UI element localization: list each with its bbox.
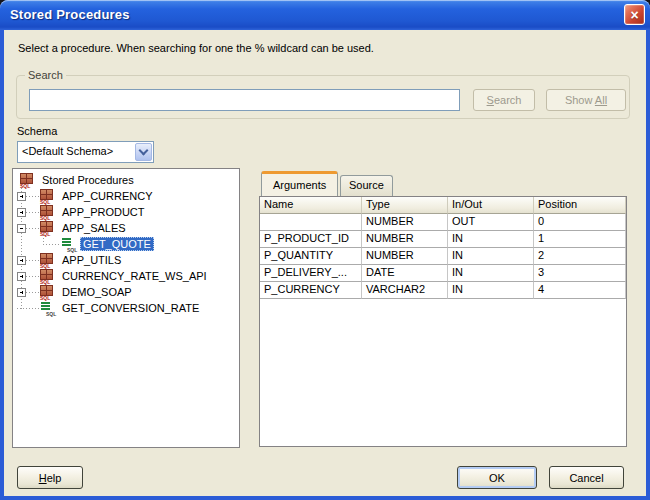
search-group: Search Search Show All: [16, 75, 630, 119]
tree-item-label: APP_SALES: [59, 221, 129, 235]
stored-procedures-dialog: Stored Procedures × Select a procedure. …: [0, 0, 650, 500]
tree-connector: [17, 300, 39, 316]
tree-expander-collapsed[interactable]: [17, 192, 26, 201]
column-header-inout[interactable]: In/Out: [448, 197, 534, 214]
table-cell: 0: [534, 214, 626, 231]
sql-package-icon: [39, 205, 55, 219]
table-header-row: NameTypeIn/OutPosition: [260, 197, 626, 214]
tree-item-label: GET_QUOTE: [80, 237, 154, 251]
close-button[interactable]: ×: [624, 4, 645, 25]
table-cell: NUMBER: [362, 231, 448, 248]
tree-connector: [26, 188, 39, 204]
tree-expander-collapsed[interactable]: [17, 272, 26, 281]
dialog-body: Select a procedure. When searching for o…: [4, 30, 646, 496]
search-input[interactable]: [29, 89, 460, 111]
ok-button[interactable]: OK: [457, 466, 537, 489]
table-row[interactable]: NUMBEROUT0: [260, 214, 626, 231]
tree-connector: [26, 204, 39, 220]
table-cell: IN: [448, 248, 534, 265]
titlebar[interactable]: Stored Procedures ×: [0, 0, 650, 30]
sql-package-icon: [39, 221, 55, 235]
tree-item-app_product[interactable]: APP_PRODUCT: [13, 204, 239, 220]
tree-expander-collapsed[interactable]: [17, 208, 26, 217]
table-cell: VARCHAR2: [362, 282, 448, 299]
tree-item-app_sales[interactable]: APP_SALES: [13, 220, 239, 236]
search-button[interactable]: Search: [473, 89, 535, 111]
tree-connector: [26, 252, 39, 268]
tree-item-label: DEMO_SOAP: [59, 285, 135, 299]
help-button[interactable]: Help: [17, 466, 83, 489]
table-cell: NUMBER: [362, 248, 448, 265]
table-cell: NUMBER: [362, 214, 448, 231]
column-header-name[interactable]: Name: [260, 197, 362, 214]
tree-item-label: Stored Procedures: [39, 173, 137, 187]
tree-indent: [13, 236, 43, 252]
show-all-button[interactable]: Show All: [546, 89, 626, 111]
procedure-tree: Stored ProceduresAPP_CURRENCYAPP_PRODUCT…: [12, 168, 240, 448]
sql-package-icon: [39, 189, 55, 203]
table-row[interactable]: P_PRODUCT_IDNUMBERIN1: [260, 231, 626, 248]
tree-item-label: APP_PRODUCT: [59, 205, 148, 219]
table-cell: 3: [534, 265, 626, 282]
schema-combobox[interactable]: <Default Schema>: [17, 141, 154, 163]
sql-procedure-icon: [60, 237, 76, 251]
combo-dropdown-button[interactable]: [135, 143, 152, 161]
tree-item-app_utils[interactable]: APP_UTILS: [13, 252, 239, 268]
tab-arguments[interactable]: Arguments: [261, 171, 338, 196]
tree-item-get_quote[interactable]: GET_QUOTE: [13, 236, 239, 252]
tree-connector: [26, 268, 39, 284]
sql-package-icon: [39, 285, 55, 299]
table-cell: IN: [448, 282, 534, 299]
table-cell: 4: [534, 282, 626, 299]
tree-item-label: APP_CURRENCY: [59, 189, 155, 203]
table-row[interactable]: P_DELIVERY_...DATEIN3: [260, 265, 626, 282]
tree-item-label: GET_CONVERSION_RATE: [59, 301, 202, 315]
sql-package-icon: [19, 173, 35, 187]
sql-package-icon: [39, 253, 55, 267]
tree-expander-collapsed[interactable]: [17, 256, 26, 265]
column-header-type[interactable]: Type: [362, 197, 448, 214]
instruction-text: Select a procedure. When searching for o…: [18, 42, 374, 54]
tab-source[interactable]: Source: [340, 175, 393, 196]
tree-item-currency_rate_ws_api[interactable]: CURRENCY_RATE_WS_API: [13, 268, 239, 284]
tree-item-label: APP_UTILS: [59, 253, 124, 267]
table-row[interactable]: P_CURRENCYVARCHAR2IN4: [260, 282, 626, 299]
tree-item-get_conversion_rate[interactable]: GET_CONVERSION_RATE: [13, 300, 239, 316]
table-cell: P_CURRENCY: [260, 282, 362, 299]
schema-selected-value: <Default Schema>: [22, 145, 113, 157]
tree-connector: [43, 236, 60, 252]
table-cell: IN: [448, 231, 534, 248]
schema-label: Schema: [17, 125, 57, 137]
tree-item-label: CURRENCY_RATE_WS_API: [59, 269, 210, 283]
table-cell: P_DELIVERY_...: [260, 265, 362, 282]
tree-item-demo_soap[interactable]: DEMO_SOAP: [13, 284, 239, 300]
table-cell: P_QUANTITY: [260, 248, 362, 265]
close-icon: ×: [630, 8, 638, 22]
search-group-label: Search: [25, 69, 66, 81]
table-cell: P_PRODUCT_ID: [260, 231, 362, 248]
tree-item-stored procedures[interactable]: Stored Procedures: [13, 172, 239, 188]
cancel-button[interactable]: Cancel: [549, 466, 624, 489]
tree-connector: [26, 284, 39, 300]
table-cell: DATE: [362, 265, 448, 282]
table-row[interactable]: P_QUANTITYNUMBERIN2: [260, 248, 626, 265]
tree-item-app_currency[interactable]: APP_CURRENCY: [13, 188, 239, 204]
table-cell: OUT: [448, 214, 534, 231]
sql-procedure-icon: [39, 301, 55, 315]
sql-package-icon: [39, 269, 55, 283]
arguments-table: NameTypeIn/OutPositionNUMBEROUT0P_PRODUC…: [259, 196, 627, 447]
column-header-position[interactable]: Position: [534, 197, 626, 214]
table-cell: IN: [448, 265, 534, 282]
table-cell: 1: [534, 231, 626, 248]
tree-expander-expanded[interactable]: [17, 224, 26, 233]
table-cell: 2: [534, 248, 626, 265]
chevron-down-icon: [139, 146, 149, 156]
tree-connector: [26, 220, 39, 236]
table-cell: [260, 214, 362, 231]
tree-expander-collapsed[interactable]: [17, 288, 26, 297]
window-title: Stored Procedures: [10, 7, 130, 22]
